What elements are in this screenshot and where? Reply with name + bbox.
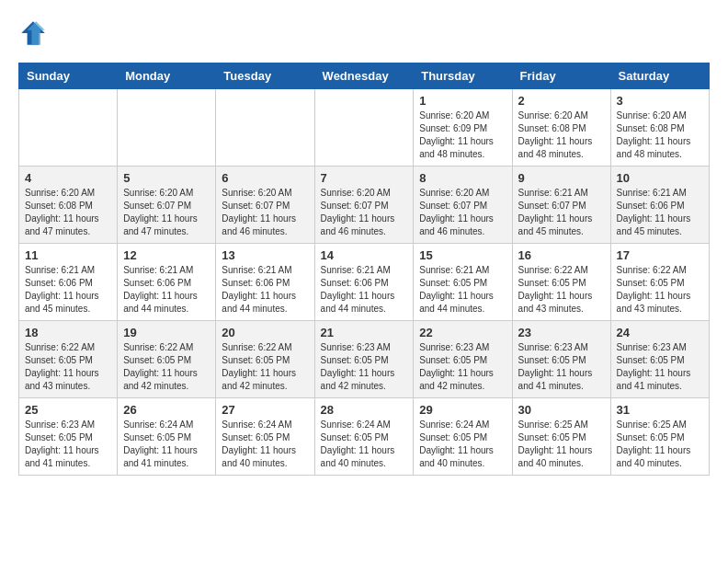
day-header-friday: Friday <box>512 63 610 89</box>
day-info: Sunrise: 6:22 AM Sunset: 6:05 PM Dayligh… <box>518 264 605 316</box>
calendar-cell: 11Sunrise: 6:21 AM Sunset: 6:06 PM Dayli… <box>19 244 118 321</box>
calendar-week-4: 18Sunrise: 6:22 AM Sunset: 6:05 PM Dayli… <box>19 321 710 398</box>
day-info: Sunrise: 6:23 AM Sunset: 6:05 PM Dayligh… <box>25 419 111 470</box>
day-info: Sunrise: 6:21 AM Sunset: 6:05 PM Dayligh… <box>419 264 506 316</box>
day-info: Sunrise: 6:23 AM Sunset: 6:05 PM Dayligh… <box>419 341 506 393</box>
day-number: 14 <box>321 248 408 262</box>
day-number: 27 <box>222 403 308 417</box>
calendar-cell: 4Sunrise: 6:20 AM Sunset: 6:08 PM Daylig… <box>19 167 118 244</box>
day-number: 25 <box>25 403 111 417</box>
day-number: 20 <box>222 326 308 339</box>
calendar-cell <box>216 89 314 167</box>
day-header-monday: Monday <box>118 63 216 89</box>
day-number: 3 <box>617 94 703 108</box>
calendar-cell: 19Sunrise: 6:22 AM Sunset: 6:05 PM Dayli… <box>118 321 216 398</box>
calendar-week-1: 1Sunrise: 6:20 AM Sunset: 6:09 PM Daylig… <box>19 89 710 167</box>
day-info: Sunrise: 6:20 AM Sunset: 6:08 PM Dayligh… <box>617 109 703 161</box>
day-header-wednesday: Wednesday <box>314 63 414 89</box>
day-number: 26 <box>123 403 210 417</box>
day-header-sunday: Sunday <box>19 63 118 89</box>
calendar-week-3: 11Sunrise: 6:21 AM Sunset: 6:06 PM Dayli… <box>19 244 710 321</box>
calendar-cell: 14Sunrise: 6:21 AM Sunset: 6:06 PM Dayli… <box>314 244 414 321</box>
calendar-cell: 27Sunrise: 6:24 AM Sunset: 6:05 PM Dayli… <box>216 398 314 476</box>
calendar-cell: 26Sunrise: 6:24 AM Sunset: 6:05 PM Dayli… <box>118 398 216 476</box>
day-number: 15 <box>419 248 506 262</box>
calendar-cell: 3Sunrise: 6:20 AM Sunset: 6:08 PM Daylig… <box>610 89 709 167</box>
day-info: Sunrise: 6:22 AM Sunset: 6:05 PM Dayligh… <box>222 341 308 393</box>
day-number: 12 <box>123 248 210 262</box>
day-info: Sunrise: 6:23 AM Sunset: 6:05 PM Dayligh… <box>617 341 703 393</box>
calendar-cell: 12Sunrise: 6:21 AM Sunset: 6:06 PM Dayli… <box>118 244 216 321</box>
day-info: Sunrise: 6:20 AM Sunset: 6:07 PM Dayligh… <box>123 187 210 238</box>
day-info: Sunrise: 6:25 AM Sunset: 6:05 PM Dayligh… <box>617 419 703 470</box>
day-info: Sunrise: 6:20 AM Sunset: 6:09 PM Dayligh… <box>419 109 506 161</box>
calendar-cell: 6Sunrise: 6:20 AM Sunset: 6:07 PM Daylig… <box>216 167 314 244</box>
day-number: 5 <box>123 171 210 185</box>
day-info: Sunrise: 6:20 AM Sunset: 6:08 PM Dayligh… <box>25 187 111 238</box>
day-info: Sunrise: 6:24 AM Sunset: 6:05 PM Dayligh… <box>123 419 210 470</box>
calendar-cell: 2Sunrise: 6:20 AM Sunset: 6:08 PM Daylig… <box>512 89 610 167</box>
day-number: 30 <box>518 403 605 417</box>
day-header-thursday: Thursday <box>414 63 512 89</box>
day-info: Sunrise: 6:21 AM Sunset: 6:06 PM Dayligh… <box>617 187 703 238</box>
day-number: 11 <box>25 248 111 262</box>
calendar-cell: 30Sunrise: 6:25 AM Sunset: 6:05 PM Dayli… <box>512 398 610 476</box>
day-info: Sunrise: 6:20 AM Sunset: 6:07 PM Dayligh… <box>222 187 308 238</box>
day-info: Sunrise: 6:23 AM Sunset: 6:05 PM Dayligh… <box>518 341 605 393</box>
day-number: 2 <box>518 94 605 108</box>
day-info: Sunrise: 6:21 AM Sunset: 6:06 PM Dayligh… <box>222 264 308 316</box>
day-info: Sunrise: 6:20 AM Sunset: 6:08 PM Dayligh… <box>518 109 605 161</box>
calendar-cell: 24Sunrise: 6:23 AM Sunset: 6:05 PM Dayli… <box>610 321 709 398</box>
calendar-cell: 29Sunrise: 6:24 AM Sunset: 6:05 PM Dayli… <box>414 398 512 476</box>
calendar-cell: 7Sunrise: 6:20 AM Sunset: 6:07 PM Daylig… <box>314 167 414 244</box>
calendar-cell: 22Sunrise: 6:23 AM Sunset: 6:05 PM Dayli… <box>414 321 512 398</box>
day-info: Sunrise: 6:22 AM Sunset: 6:05 PM Dayligh… <box>123 341 210 393</box>
calendar-cell <box>314 89 414 167</box>
calendar-cell: 25Sunrise: 6:23 AM Sunset: 6:05 PM Dayli… <box>19 398 118 476</box>
day-number: 17 <box>617 248 703 262</box>
day-number: 28 <box>321 403 408 417</box>
calendar-cell: 16Sunrise: 6:22 AM Sunset: 6:05 PM Dayli… <box>512 244 610 321</box>
calendar-cell: 9Sunrise: 6:21 AM Sunset: 6:07 PM Daylig… <box>512 167 610 244</box>
page-header <box>18 18 710 48</box>
calendar-header-row: SundayMondayTuesdayWednesdayThursdayFrid… <box>19 63 710 89</box>
logo-icon <box>18 18 48 48</box>
calendar-week-2: 4Sunrise: 6:20 AM Sunset: 6:08 PM Daylig… <box>19 167 710 244</box>
day-info: Sunrise: 6:22 AM Sunset: 6:05 PM Dayligh… <box>25 341 111 393</box>
day-info: Sunrise: 6:25 AM Sunset: 6:05 PM Dayligh… <box>518 419 605 470</box>
calendar-cell: 23Sunrise: 6:23 AM Sunset: 6:05 PM Dayli… <box>512 321 610 398</box>
day-number: 29 <box>419 403 506 417</box>
calendar-cell: 15Sunrise: 6:21 AM Sunset: 6:05 PM Dayli… <box>414 244 512 321</box>
day-header-tuesday: Tuesday <box>216 63 314 89</box>
calendar-cell: 18Sunrise: 6:22 AM Sunset: 6:05 PM Dayli… <box>19 321 118 398</box>
calendar-cell <box>118 89 216 167</box>
calendar-cell: 13Sunrise: 6:21 AM Sunset: 6:06 PM Dayli… <box>216 244 314 321</box>
day-number: 10 <box>617 171 703 185</box>
calendar-cell: 17Sunrise: 6:22 AM Sunset: 6:05 PM Dayli… <box>610 244 709 321</box>
calendar-cell: 10Sunrise: 6:21 AM Sunset: 6:06 PM Dayli… <box>610 167 709 244</box>
day-info: Sunrise: 6:24 AM Sunset: 6:05 PM Dayligh… <box>419 419 506 470</box>
day-number: 16 <box>518 248 605 262</box>
day-number: 24 <box>617 326 703 339</box>
day-header-saturday: Saturday <box>610 63 709 89</box>
day-number: 9 <box>518 171 605 185</box>
day-number: 31 <box>617 403 703 417</box>
day-info: Sunrise: 6:21 AM Sunset: 6:07 PM Dayligh… <box>518 187 605 238</box>
day-info: Sunrise: 6:21 AM Sunset: 6:06 PM Dayligh… <box>321 264 408 316</box>
day-info: Sunrise: 6:23 AM Sunset: 6:05 PM Dayligh… <box>321 341 408 393</box>
day-info: Sunrise: 6:20 AM Sunset: 6:07 PM Dayligh… <box>321 187 408 238</box>
day-number: 1 <box>419 94 506 108</box>
day-info: Sunrise: 6:20 AM Sunset: 6:07 PM Dayligh… <box>419 187 506 238</box>
day-number: 21 <box>321 326 408 339</box>
day-number: 6 <box>222 171 308 185</box>
calendar-cell: 20Sunrise: 6:22 AM Sunset: 6:05 PM Dayli… <box>216 321 314 398</box>
day-number: 13 <box>222 248 308 262</box>
day-number: 7 <box>321 171 408 185</box>
calendar-cell: 31Sunrise: 6:25 AM Sunset: 6:05 PM Dayli… <box>610 398 709 476</box>
logo <box>18 18 51 48</box>
calendar-cell: 5Sunrise: 6:20 AM Sunset: 6:07 PM Daylig… <box>118 167 216 244</box>
day-info: Sunrise: 6:21 AM Sunset: 6:06 PM Dayligh… <box>123 264 210 316</box>
day-number: 19 <box>123 326 210 339</box>
calendar-cell: 21Sunrise: 6:23 AM Sunset: 6:05 PM Dayli… <box>314 321 414 398</box>
day-info: Sunrise: 6:24 AM Sunset: 6:05 PM Dayligh… <box>321 419 408 470</box>
